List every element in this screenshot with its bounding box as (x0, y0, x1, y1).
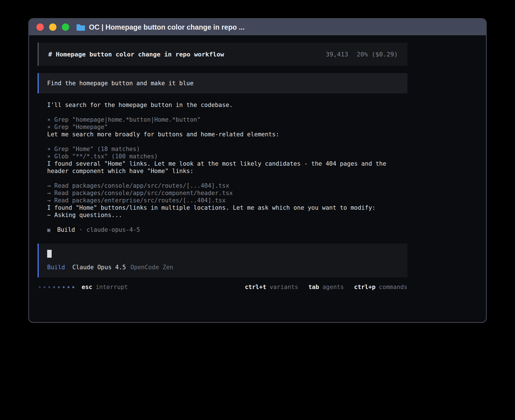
status-left: esc interrupt (39, 284, 128, 290)
assistant-text: I'll search for the homepage button in t… (47, 101, 398, 109)
shortcut-variants: ctrl+t variants (245, 284, 298, 290)
tool-call-line: ∗ Glob "**/*.tsx" (100 matches) (47, 153, 398, 160)
titlebar: OC | Homepage button color change in rep… (29, 19, 486, 35)
shortcut-commands: ctrl+p commands (354, 284, 407, 290)
user-message: Find the homepage button and make it blu… (38, 73, 407, 93)
tool-call-line: → Read packages/console/app/src/routes/[… (47, 182, 398, 189)
tool-call-line: ∗ Grep "Homepage" (47, 123, 398, 131)
esc-shortcut: esc interrupt (82, 284, 128, 290)
tool-call-group: ∗ Grep "homepage|home.*button|Home.*butt… (47, 116, 398, 131)
maximize-button[interactable] (62, 23, 69, 31)
shortcut-label: commands (379, 284, 407, 290)
tool-call-line: ∗ Grep "Home" (18 matches) (47, 145, 398, 153)
close-button[interactable] (36, 23, 44, 31)
input-meta-row: Build Claude Opus 4.5 OpenCode Zen (47, 264, 399, 271)
prompt-input[interactable]: Build Claude Opus 4.5 OpenCode Zen (38, 244, 407, 277)
assistant-text: I found "Home" buttons/links in multiple… (47, 204, 398, 211)
context-usage: 20% ($0.29) (357, 51, 398, 58)
agent-icon: ▣ (47, 226, 50, 233)
transcript: I'll search for the homepage button in t… (38, 93, 407, 233)
session-title: # Homepage button color change in repo w… (48, 51, 224, 58)
session-header: # Homepage button color change in repo w… (38, 43, 407, 66)
token-count: 39,413 (326, 51, 348, 58)
user-message-text: Find the homepage button and make it blu… (47, 80, 193, 87)
shortcut-key: tab (308, 284, 319, 290)
tool-call-group: → Read packages/console/app/src/routes/[… (47, 182, 398, 204)
agent-name: Build (57, 226, 75, 233)
session-stats: 39,413 20% ($0.29) (326, 51, 398, 58)
shortcut-label: variants (270, 284, 298, 290)
text-cursor (47, 250, 52, 258)
assistant-text: Let me search more broadly for buttons a… (47, 131, 398, 138)
terminal-content: # Homepage button color change in repo w… (38, 43, 407, 290)
terminal-window: OC | Homepage button color change in rep… (28, 18, 487, 323)
model-label: Claude Opus 4.5 (72, 264, 126, 271)
agent-status-row: ▣ Build · claude-opus-4-5 (47, 226, 398, 233)
mode-label[interactable]: Build (47, 264, 65, 271)
shortcut-key: ctrl+p (354, 284, 376, 290)
window-title: OC | Homepage button color change in rep… (89, 23, 245, 31)
tool-call-group: ∗ Grep "Home" (18 matches) ∗ Glob "**/*.… (47, 145, 398, 160)
minimize-button[interactable] (49, 23, 56, 31)
shortcut-label: agents (322, 284, 344, 290)
provider-label: OpenCode Zen (130, 264, 173, 271)
status-right: ctrl+t variants tab agents ctrl+p comman… (245, 284, 407, 290)
esc-label: interrupt (96, 284, 128, 290)
agent-separator: · (79, 226, 83, 233)
assistant-text: I found several "Home" links. Let me loo… (47, 160, 398, 175)
status-bar: esc interrupt ctrl+t variants tab agents… (38, 284, 407, 290)
tool-call-line: ∗ Grep "homepage|home.*button|Home.*butt… (47, 116, 398, 123)
shortcut-key: ctrl+t (245, 284, 266, 290)
esc-key: esc (82, 284, 92, 290)
spinner-icon (39, 286, 74, 288)
assistant-status-text: ~ Asking questions... (47, 211, 398, 219)
tool-call-line: → Read packages/enterprise/src/routes/[.… (47, 197, 398, 204)
shortcut-agents: tab agents (308, 284, 344, 290)
folder-icon (76, 23, 85, 31)
traffic-lights (36, 23, 69, 31)
agent-model: claude-opus-4-5 (86, 226, 140, 233)
tool-call-line: → Read packages/console/app/src/componen… (47, 189, 398, 197)
